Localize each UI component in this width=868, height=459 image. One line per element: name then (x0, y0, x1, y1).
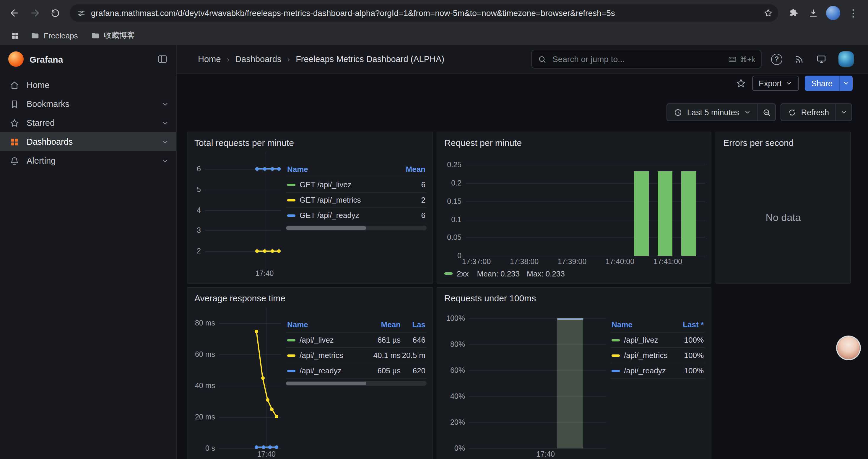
panel-title[interactable]: Average response time (187, 288, 433, 308)
profile-avatar[interactable] (823, 3, 843, 23)
legend: NameLast */api/_livez100%/api/_metrics10… (610, 308, 705, 459)
share-button-group: Share (805, 76, 852, 91)
share-dropdown-button[interactable] (839, 76, 852, 91)
h-gridline (466, 165, 705, 166)
export-button[interactable]: Export (752, 76, 799, 91)
bookmark-folder-freeleaps[interactable]: Freeleaps (26, 29, 83, 42)
user-avatar[interactable] (838, 52, 854, 67)
sidebar-item-dashboards[interactable]: Dashboards (0, 132, 176, 151)
series-name[interactable]: /api/_livez (624, 335, 658, 345)
legend-row[interactable]: /api/_metrics100% (610, 348, 705, 363)
scrollbar-thumb[interactable] (286, 226, 366, 230)
legend-header[interactable]: Las (401, 320, 426, 329)
refresh-icon (787, 108, 796, 117)
data-point (261, 376, 265, 380)
series-name[interactable]: GET /api/_readyz (300, 211, 359, 220)
zoom-out-button[interactable] (757, 104, 775, 121)
breadcrumb-current: Freeleaps Metrics Dashboard (ALPHA) (296, 54, 444, 64)
legend-series-name[interactable]: 2xx (457, 269, 469, 278)
breadcrumb-home[interactable]: Home (198, 54, 221, 64)
help-icon[interactable]: ? (771, 54, 782, 65)
series-name[interactable]: /api/_metrics (624, 351, 668, 360)
chevron-down-icon[interactable] (161, 100, 169, 108)
panel-title[interactable]: Total requests per minute (187, 132, 433, 153)
series-name[interactable]: GET /api/_metrics (300, 196, 361, 204)
legend-row[interactable]: /api/_readyz100% (610, 363, 705, 379)
bookmark-folder-label: 收藏博客 (104, 30, 135, 41)
legend-header[interactable]: Name (287, 165, 399, 174)
grafana-logo[interactable] (8, 52, 24, 67)
favorite-star-icon[interactable] (736, 78, 746, 89)
legend-row[interactable]: GET /api/_metrics2 (286, 193, 427, 208)
series-name[interactable]: /api/_metrics (300, 351, 343, 360)
series-name[interactable]: /api/_readyz (624, 366, 666, 375)
panel-total-requests-per-minute: Total requests per minute 65432 17:40 Na… (187, 132, 433, 284)
legend-header[interactable]: Name (287, 320, 366, 329)
news-rss-icon[interactable] (794, 54, 804, 64)
assistant-avatar[interactable] (837, 337, 860, 359)
x-axis: 17:40 (219, 448, 281, 459)
legend-row[interactable]: GET /api/_readyz6 (286, 208, 427, 223)
y-axis-tick-label: 100% (446, 314, 465, 322)
legend-scrollbar[interactable] (286, 226, 427, 230)
search-input[interactable] (551, 54, 723, 64)
series-name[interactable]: /api/_livez (300, 335, 334, 345)
panel-title[interactable]: Errors per second (716, 132, 850, 153)
chart-plot (205, 153, 281, 268)
browser-toolbar: grafana.mathmast.com/d/deytv4rwavabkb/fr… (0, 0, 868, 26)
star-icon (9, 118, 20, 128)
x-axis-tick-label: 17:40 (257, 450, 276, 458)
sidebar-item-alerting[interactable]: Alerting (0, 151, 176, 170)
reload-button[interactable] (45, 3, 65, 23)
search-icon (538, 55, 547, 64)
breadcrumb-dashboards[interactable]: Dashboards (235, 54, 281, 64)
panel-title[interactable]: Request per minute (437, 132, 711, 153)
bookmark-star-icon[interactable] (761, 5, 776, 21)
breadcrumb-separator: › (287, 55, 290, 64)
legend-name-cell: /api/_metrics (612, 351, 675, 360)
legend-row[interactable]: /api/_readyz605 µs620 (286, 363, 427, 379)
legend-header[interactable]: Mean (399, 165, 426, 174)
legend-scrollbar[interactable] (286, 381, 427, 386)
y-axis-tick-label: 60 ms (195, 351, 215, 359)
dock-sidebar-icon[interactable] (157, 54, 168, 64)
legend-row[interactable]: /api/_livez661 µs646 (286, 333, 427, 348)
chevron-down-icon[interactable] (161, 138, 169, 145)
chevron-down-icon[interactable] (161, 119, 169, 127)
legend-header[interactable]: Name (612, 320, 675, 329)
chevron-down-icon[interactable] (161, 157, 169, 165)
home-icon (9, 80, 20, 90)
url-text[interactable]: grafana.mathmast.com/d/deytv4rwavabkb/fr… (91, 8, 761, 18)
panel-title[interactable]: Requests under 100ms (437, 288, 711, 308)
legend-name-cell: /api/_readyz (612, 366, 675, 375)
downloads-icon[interactable] (803, 3, 823, 23)
back-button[interactable] (5, 3, 25, 23)
browser-menu-icon[interactable]: ⋮ (843, 3, 863, 23)
url-bar[interactable]: grafana.mathmast.com/d/deytv4rwavabkb/fr… (70, 4, 778, 22)
series-name[interactable]: GET /api/_livez (300, 180, 351, 189)
forward-button[interactable] (25, 3, 45, 23)
scrollbar-thumb[interactable] (286, 382, 366, 385)
sidebar-item-starred[interactable]: Starred (0, 113, 176, 132)
series-name[interactable]: /api/_readyz (300, 366, 342, 375)
search-box[interactable]: ⌘+k (531, 50, 762, 68)
apps-grid-icon[interactable] (7, 28, 23, 43)
legend-header[interactable]: Last * (675, 320, 704, 329)
chart-plot (219, 308, 281, 448)
refresh-interval-dropdown[interactable] (836, 104, 851, 121)
share-button[interactable]: Share (805, 76, 839, 91)
kiosk-monitor-icon[interactable] (816, 54, 827, 64)
refresh-button[interactable]: Refresh (781, 104, 836, 121)
extensions-icon[interactable] (783, 3, 803, 23)
sidebar-item-bookmarks[interactable]: Bookmarks (0, 95, 176, 113)
legend-row[interactable]: /api/_metrics40.1 ms20.5 m (286, 348, 427, 363)
legend-row[interactable]: /api/_livez100% (610, 333, 705, 348)
legend-row[interactable]: GET /api/_livez6 (286, 177, 427, 193)
sidebar-item-home[interactable]: Home (0, 76, 176, 95)
time-range-picker[interactable]: Last 5 minutes (667, 104, 757, 121)
x-axis-tick-label: 17:40 (536, 450, 555, 458)
bookmark-folder-blogs[interactable]: 收藏博客 (86, 28, 140, 43)
panel-requests-under-100ms: Requests under 100ms 100%80%60%40%20%0% … (437, 287, 711, 459)
site-info-icon[interactable] (77, 8, 86, 18)
legend-header[interactable]: Mean (366, 320, 401, 329)
